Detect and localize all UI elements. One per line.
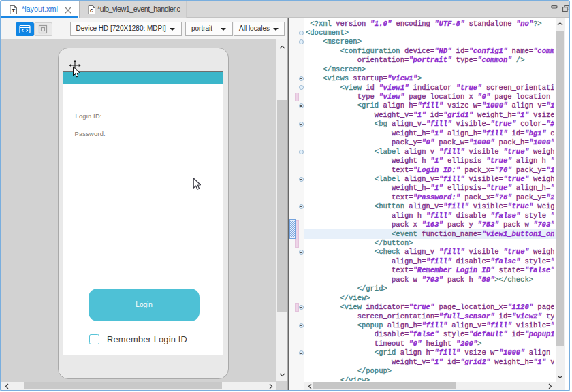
svg-text:T: T	[12, 7, 15, 14]
svg-text:c: c	[90, 7, 93, 14]
